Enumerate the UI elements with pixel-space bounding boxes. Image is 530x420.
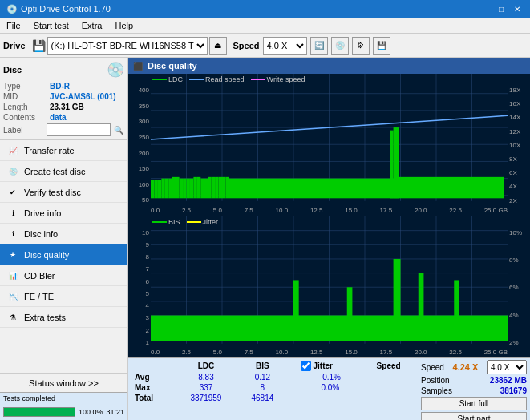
avg-empty xyxy=(287,372,298,382)
status-window-button[interactable]: Status window >> xyxy=(0,373,127,392)
label-icon-button[interactable]: 🔍 xyxy=(112,123,124,136)
svg-rect-33 xyxy=(208,177,211,198)
titlebar: 💿 Opti Drive Control 1.70 — □ ✕ xyxy=(0,0,530,18)
y-label-250: 250 xyxy=(139,134,149,141)
start-part-button[interactable]: Start part xyxy=(421,412,527,420)
y-label-300: 300 xyxy=(139,118,149,125)
speed-ref-select[interactable]: 4.0 X xyxy=(487,360,527,374)
nav-extra-tests-label: Extra tests xyxy=(24,313,66,322)
total-speed xyxy=(362,393,415,403)
save-button[interactable]: 💾 xyxy=(373,37,390,55)
svg-rect-63 xyxy=(347,287,353,341)
nav-drive-info[interactable]: ℹ Drive info xyxy=(0,203,127,224)
x-2.5: 2.5 xyxy=(182,207,191,214)
titlebar-controls: — □ ✕ xyxy=(479,3,524,14)
bx-22.5: 22.5 xyxy=(449,349,462,356)
refresh-button[interactable]: 🔄 xyxy=(310,37,328,55)
svg-rect-21 xyxy=(165,179,168,199)
disc-label-input[interactable] xyxy=(47,123,111,136)
x-17.5: 17.5 xyxy=(380,207,393,214)
disc-header: Disc 💿 xyxy=(3,61,124,79)
speed-row: Speed 4.24 X 4.0 X xyxy=(421,360,527,374)
svg-rect-18 xyxy=(154,180,157,198)
nav-fe-te[interactable]: 📉 FE / TE xyxy=(0,286,127,307)
read-speed-legend-color xyxy=(189,79,204,80)
bottom-legend: BIS Jitter xyxy=(152,218,218,226)
eject-button[interactable]: ⏏ xyxy=(209,37,227,55)
create-test-disc-icon: 💿 xyxy=(6,165,19,178)
by-label-10: 10 xyxy=(142,229,149,236)
chart-title-icon: ⬛ xyxy=(133,62,143,71)
nav-disc-info[interactable]: ℹ Disc info xyxy=(0,224,127,244)
toolbar: Drive 💾 (K:) HL-DT-ST BD-RE WH16NS58 TST… xyxy=(0,34,530,58)
nav-transfer-rate-label: Transfer rate xyxy=(24,146,75,155)
by-label-6: 6 xyxy=(146,278,149,285)
by-right-10pct: 10% xyxy=(509,229,522,236)
write-speed-legend-label: Write speed xyxy=(267,75,305,83)
svg-rect-31 xyxy=(200,179,204,199)
stats-total-row: Total 3371959 46814 xyxy=(131,393,415,403)
jitter-legend-color xyxy=(187,221,201,223)
disc-quality-icon: ★ xyxy=(6,248,19,261)
menu-extra[interactable]: Extra xyxy=(75,19,109,32)
nav-fe-te-label: FE / TE xyxy=(24,292,54,301)
drive-select[interactable]: (K:) HL-DT-ST BD-RE WH16NS58 TST4 xyxy=(47,37,208,55)
nav-disc-quality[interactable]: ★ Disc quality xyxy=(0,244,127,265)
x-10: 10.0 xyxy=(276,207,289,214)
bis-legend-label: BIS xyxy=(168,218,180,226)
nav-disc-quality-label: Disc quality xyxy=(24,250,69,260)
drive-info-icon: ℹ xyxy=(6,207,19,220)
max-ldc: 337 xyxy=(174,382,238,393)
total-ldc: 3371959 xyxy=(174,393,238,403)
left-panel: Disc 💿 Type BD-R MID JVC-AMS6L (001) Len… xyxy=(0,58,128,420)
jitter-checkbox[interactable] xyxy=(301,361,311,371)
y-right-14x: 14X xyxy=(509,114,520,121)
disc-contents-label: Contents xyxy=(3,113,50,122)
svg-rect-27 xyxy=(187,179,190,199)
menu-start-test[interactable]: Start test xyxy=(27,19,75,32)
nav-cd-bler[interactable]: 📊 CD Bler xyxy=(0,265,127,286)
read-speed-legend-label: Read speed xyxy=(205,75,245,83)
close-button[interactable]: ✕ xyxy=(511,3,524,14)
by-label-7: 7 xyxy=(146,265,149,273)
bx-0: 0.0 xyxy=(151,349,160,356)
max-empty xyxy=(287,382,298,393)
svg-rect-65 xyxy=(419,273,424,341)
by-label-1: 1 xyxy=(146,339,149,346)
nav-transfer-rate[interactable]: 📈 Transfer rate xyxy=(0,140,127,161)
menu-help[interactable]: Help xyxy=(108,19,140,32)
disc-mid-value: JVC-AMS6L (001) xyxy=(50,92,116,101)
col-jitter: Jitter xyxy=(297,360,362,372)
nav-extra-tests[interactable]: ⚗ Extra tests xyxy=(0,307,127,328)
start-full-button[interactable]: Start full xyxy=(421,397,527,410)
main-area: Disc 💿 Type BD-R MID JVC-AMS6L (001) Len… xyxy=(0,58,530,420)
y-right-10x: 10X xyxy=(509,142,520,149)
position-value: 23862 MB xyxy=(490,376,527,385)
y-right-12x: 12X xyxy=(509,128,520,135)
y-label-150: 150 xyxy=(139,165,149,172)
bottom-y-axis-right: 10% 8% 6% 4% 2% xyxy=(508,216,530,358)
disc-type-label: Type xyxy=(3,82,50,91)
menu-file[interactable]: File xyxy=(0,19,27,32)
drive-label: Drive xyxy=(3,41,26,50)
max-speed xyxy=(362,382,415,393)
top-x-axis: 0.0 2.5 5.0 7.5 10.0 12.5 15.0 17.5 20.0… xyxy=(151,207,508,214)
col-bis: BIS xyxy=(238,360,287,372)
samples-label: Samples xyxy=(421,386,452,395)
samples-value: 381679 xyxy=(500,386,527,395)
settings-button[interactable]: ⚙ xyxy=(352,37,370,55)
nav-create-test-disc[interactable]: 💿 Create test disc xyxy=(0,161,127,182)
bis-legend-color xyxy=(152,221,167,223)
y-right-16x: 16X xyxy=(509,100,520,107)
position-label: Position xyxy=(421,376,450,385)
disc-button[interactable]: 💿 xyxy=(331,37,349,55)
x-0: 0.0 xyxy=(151,207,160,214)
disc-contents-row: Contents data xyxy=(3,113,124,122)
right-stats: Speed 4.24 X 4.0 X Position 23862 MB Sam… xyxy=(418,358,530,420)
speed-select[interactable]: 4.0 X 2.0 X 8.0 X xyxy=(263,37,307,55)
minimize-button[interactable]: — xyxy=(479,3,492,14)
maximize-button[interactable]: □ xyxy=(495,3,508,14)
bx-20: 20.0 xyxy=(415,349,427,356)
progress-bar-outer xyxy=(3,407,75,417)
nav-verify-test-disc[interactable]: ✔ Verify test disc xyxy=(0,182,127,203)
